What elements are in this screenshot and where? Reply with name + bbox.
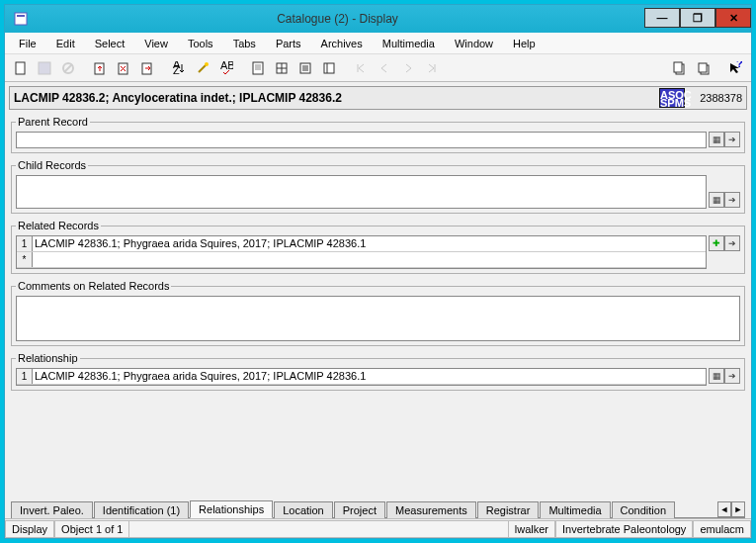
list-item[interactable]: 1 LACMIP 42836.1; Phygraea arida Squires… [17, 236, 706, 252]
doc-out-icon[interactable] [136, 57, 158, 79]
svg-rect-29 [699, 63, 707, 72]
new-icon[interactable] [10, 57, 32, 79]
svg-line-5 [64, 64, 72, 72]
relationship-group: Relationship 1 LACMIP 42836.1; Phygraea … [11, 352, 745, 391]
record-id: 2388378 [687, 92, 746, 104]
list-item[interactable]: 1 LACMIP 42836.1; Phygraea arida Squires… [17, 369, 706, 385]
tab-project[interactable]: Project [334, 501, 385, 518]
svg-point-11 [205, 62, 209, 66]
menubar: File Edit Select View Tools Tabs Parts A… [5, 33, 751, 54]
close-button[interactable]: ✕ [715, 8, 751, 28]
comments-group: Comments on Related Records [11, 280, 745, 346]
menu-help[interactable]: Help [505, 36, 544, 51]
toolbar: AZ ABC ? [5, 54, 751, 82]
content-area: Parent Record ▦ ➔ Child Records ▦ ➔ [11, 114, 745, 497]
menu-multimedia[interactable]: Multimedia [375, 36, 443, 51]
svg-rect-3 [39, 62, 50, 74]
tab-location[interactable]: Location [274, 501, 333, 518]
tabstrip: Invert. Paleo. Identification (1) Relati… [11, 497, 745, 518]
minimize-button[interactable]: — [644, 8, 680, 28]
wand-icon[interactable] [192, 57, 213, 79]
comments-input[interactable] [16, 296, 740, 341]
related-records-list[interactable]: 1 LACMIP 42836.1; Phygraea arida Squires… [16, 235, 707, 269]
menu-tabs[interactable]: Tabs [225, 36, 264, 51]
row-number: 1 [17, 369, 33, 384]
record-header: LACMIP 42836.2; Ancyloceratina indet.; I… [9, 86, 747, 110]
menu-file[interactable]: File [11, 36, 44, 51]
related-records-group: Related Records 1 LACMIP 42836.1; Phygra… [11, 220, 745, 274]
svg-text:Z: Z [173, 64, 180, 75]
doc-up-icon[interactable] [89, 57, 111, 79]
status-user: lwalker [508, 520, 555, 538]
relationship-list[interactable]: 1 LACMIP 42836.1; Phygraea arida Squires… [16, 368, 707, 386]
list-icon[interactable] [294, 57, 316, 79]
parent-open-button[interactable]: ➔ [724, 132, 740, 147]
svg-rect-13 [253, 62, 263, 74]
tab-condition[interactable]: Condition [612, 501, 675, 518]
tab-measurements[interactable]: Measurements [386, 501, 476, 518]
block-icon [57, 57, 79, 79]
child-records-legend: Child Records [16, 159, 88, 171]
nav-first-icon [350, 57, 372, 79]
status-mode: Display [5, 520, 54, 538]
svg-rect-24 [324, 63, 334, 73]
window-controls: — ❐ ✕ [644, 8, 751, 30]
menu-archives[interactable]: Archives [313, 36, 371, 51]
menu-parts[interactable]: Parts [268, 36, 309, 51]
grid-icon[interactable] [271, 57, 293, 79]
doc-x-icon[interactable] [113, 57, 134, 79]
row-number: * [17, 252, 33, 267]
tab-relationships[interactable]: Relationships [190, 500, 273, 518]
related-records-legend: Related Records [16, 220, 101, 231]
list-item[interactable]: * [17, 252, 706, 268]
tab-invert-paleo[interactable]: Invert. Paleo. [11, 501, 93, 518]
tab-scroll-left-icon[interactable]: ◄ [717, 501, 731, 517]
child-open-button[interactable]: ➔ [724, 192, 740, 208]
svg-rect-2 [16, 62, 25, 74]
help-cursor-icon[interactable]: ? [724, 57, 746, 79]
parent-attach-button[interactable]: ▦ [709, 132, 724, 147]
relationship-open-button[interactable]: ➔ [724, 368, 740, 384]
menu-view[interactable]: View [136, 36, 176, 51]
svg-text:?: ? [736, 61, 742, 69]
multi-doc-icon[interactable] [693, 57, 714, 79]
child-records-group: Child Records ▦ ➔ [11, 159, 745, 214]
related-open-button[interactable]: ➔ [724, 235, 740, 251]
menu-tools[interactable]: Tools [180, 36, 221, 51]
maximize-button[interactable]: ❐ [680, 8, 715, 28]
child-attach-button[interactable]: ▦ [709, 192, 724, 208]
tab-registrar[interactable]: Registrar [477, 501, 540, 518]
copy-doc-icon[interactable] [669, 57, 691, 79]
parent-record-input[interactable] [16, 132, 707, 148]
tab-identification[interactable]: Identification (1) [94, 501, 189, 518]
page-icon[interactable] [247, 57, 269, 79]
tab-scroll-right-icon[interactable]: ► [731, 501, 745, 517]
parent-record-legend: Parent Record [16, 116, 90, 128]
child-records-list[interactable] [16, 175, 707, 209]
nav-last-icon [421, 57, 443, 79]
row-number: 1 [17, 236, 33, 251]
menu-select[interactable]: Select [87, 36, 133, 51]
tab-multimedia[interactable]: Multimedia [540, 501, 610, 518]
nav-next-icon [397, 57, 419, 79]
spellcheck-icon[interactable]: ABC [215, 57, 237, 79]
app-icon [11, 9, 31, 29]
row-text: LACMIP 42836.1; Phygraea arida Squires, … [33, 369, 706, 384]
relationship-attach-button[interactable]: ▦ [709, 368, 724, 384]
status-system: emulacm [693, 520, 751, 538]
svg-rect-27 [674, 62, 682, 72]
menu-edit[interactable]: Edit [48, 36, 83, 51]
record-title: LACMIP 42836.2; Ancyloceratina indet.; I… [10, 91, 659, 105]
svg-text:ABC: ABC [220, 61, 233, 71]
detail-icon[interactable] [318, 57, 340, 79]
sort-icon[interactable]: AZ [168, 57, 190, 79]
tab-scroll: ◄ ► [717, 501, 745, 517]
menu-window[interactable]: Window [447, 36, 501, 51]
status-dept: Invertebrate Paleontology [555, 520, 693, 538]
related-add-button[interactable]: ✚ [709, 235, 724, 251]
svg-rect-1 [17, 15, 25, 17]
assoc-badge[interactable]: ASOCSPMS [659, 88, 685, 108]
window-title: Catalogue (2) - Display [31, 12, 644, 26]
statusbar: Display Object 1 of 1 lwalker Invertebra… [5, 518, 751, 538]
svg-rect-0 [15, 13, 27, 25]
